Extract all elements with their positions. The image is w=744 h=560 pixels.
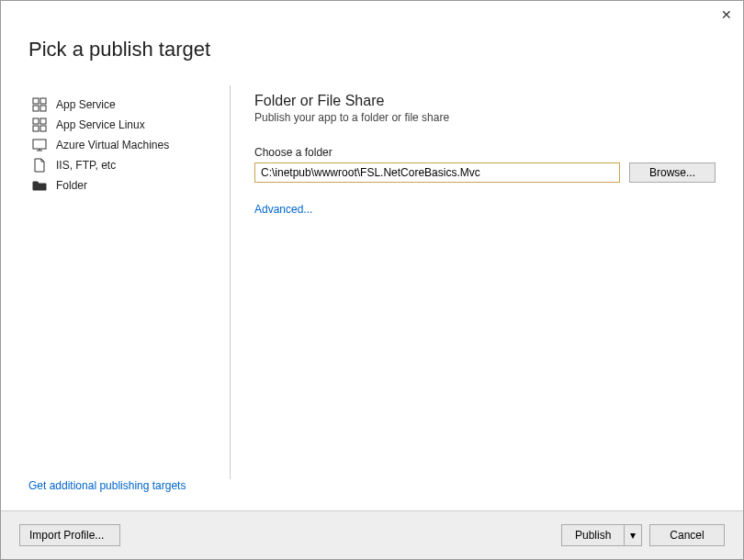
publish-button-group: Publish ▾ [561,524,642,546]
svg-rect-6 [33,126,39,131]
svg-rect-2 [33,106,39,111]
svg-rect-7 [40,126,46,131]
dialog-content: App Service App Service Linux Azure Virt… [1,85,743,479]
document-icon [32,158,47,173]
sidebar-item-folder[interactable]: Folder [28,175,222,196]
main-panel: Folder or File Share Publish your app to… [231,85,716,479]
import-profile-button[interactable]: Import Profile... [19,524,120,546]
svg-rect-0 [33,98,39,104]
app-service-icon [32,97,47,112]
sidebar-item-app-service-linux[interactable]: App Service Linux [28,115,222,135]
svg-rect-4 [33,118,39,124]
dialog-title: Pick a publish target [28,38,716,62]
sidebar-item-app-service[interactable]: App Service [28,95,222,115]
browse-button[interactable]: Browse... [629,162,716,183]
svg-rect-1 [40,98,46,104]
sidebar-item-label: App Service Linux [56,118,145,131]
advanced-link[interactable]: Advanced... [254,203,312,216]
publish-targets-sidebar: App Service App Service Linux Azure Virt… [28,85,231,479]
svg-rect-5 [40,118,46,124]
publish-dialog: ✕ Pick a publish target App Service App … [0,0,744,560]
sidebar-item-label: Azure Virtual Machines [56,139,169,151]
folder-field-label: Choose a folder [254,146,716,159]
sidebar-item-iis-ftp[interactable]: IIS, FTP, etc [28,155,222,175]
close-button[interactable]: ✕ [721,8,732,21]
additional-targets-link[interactable]: Get additional publishing targets [1,479,743,510]
svg-rect-8 [33,140,46,149]
publish-dropdown-button[interactable]: ▾ [624,524,642,546]
sidebar-item-label: App Service [56,98,116,111]
panel-subheading: Publish your app to a folder or file sha… [254,111,716,124]
svg-rect-3 [40,106,46,111]
dialog-footer: Import Profile... Publish ▾ Cancel [1,510,743,559]
panel-heading: Folder or File Share [254,93,716,109]
publish-button[interactable]: Publish [561,524,624,546]
chevron-down-icon: ▾ [630,529,636,542]
sidebar-item-label: IIS, FTP, etc [56,159,116,172]
app-service-linux-icon [32,118,47,132]
folder-path-input[interactable] [254,162,620,183]
sidebar-item-azure-vm[interactable]: Azure Virtual Machines [28,135,222,155]
folder-icon [32,178,47,193]
folder-row: Browse... [254,162,716,183]
azure-vm-icon [32,138,47,152]
sidebar-item-label: Folder [56,179,87,192]
dialog-header: Pick a publish target [1,1,743,85]
cancel-button[interactable]: Cancel [649,524,725,546]
